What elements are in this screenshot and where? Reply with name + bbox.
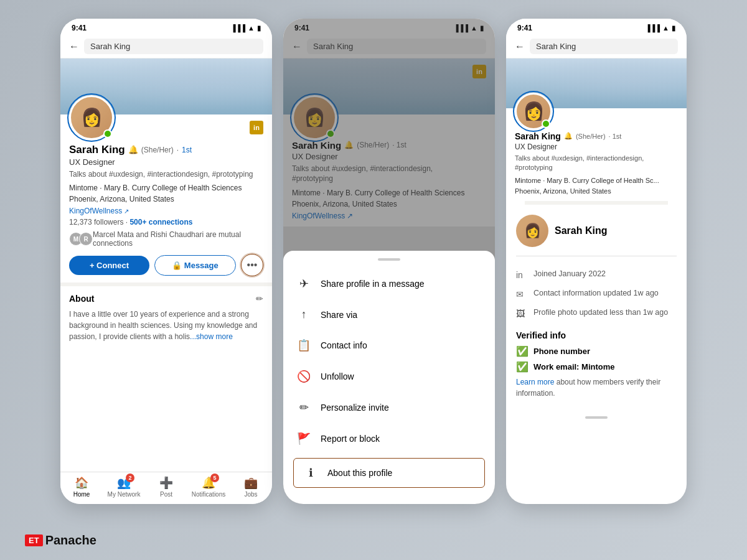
nav-home[interactable]: 🏠 Home <box>60 476 103 498</box>
about-text-1: I have a little over 10 years of experie… <box>69 309 263 342</box>
edit-icon-1[interactable]: ✏ <box>256 294 263 304</box>
network-icon: 👥2 <box>117 476 131 490</box>
bottom-handle-3 <box>585 416 608 419</box>
sheet-item-personalize[interactable]: ✏ Personalize invite <box>283 392 495 423</box>
profile-about-3: Talks about #uxdesign, #interactiondesig… <box>515 154 678 173</box>
info-row-photo: 🖼 Profile photo updated less than 1w ago <box>516 304 677 323</box>
about-profile-label: About this profile <box>327 468 392 478</box>
profile-link-1[interactable]: KingOfWellness ↗ <box>69 207 263 215</box>
joined-text: Joined January 2022 <box>533 269 606 278</box>
sheet-item-contact-info[interactable]: 📋 Contact info <box>283 330 495 361</box>
verified-email-label: Work email: Mintome <box>533 362 615 371</box>
sheet-item-share-via[interactable]: ↑ Share via <box>283 299 495 330</box>
linkedin-badge-1: in <box>250 121 263 134</box>
personalize-label: Personalize invite <box>321 403 389 413</box>
online-dot-3 <box>542 119 550 128</box>
info-row-contact: ✉ Contact information updated 1w ago <box>516 284 677 304</box>
signal-icon: ▐▐▐ <box>231 24 245 32</box>
nav-network-label: My Network <box>108 491 141 498</box>
profile-about-tags-1: Talks about #uxdesign, #interactiondesig… <box>69 169 263 180</box>
report-label: Report or block <box>321 434 380 444</box>
nav-jobs[interactable]: 💼 Jobs <box>230 476 272 498</box>
nav-notif-label: Notifications <box>192 491 225 498</box>
contact-updated-text: Contact information updated 1w ago <box>533 289 659 297</box>
profile-title-3: UX Designer <box>515 142 678 151</box>
sheet-item-report[interactable]: 🚩 Report or block <box>283 423 495 454</box>
learn-more-text: Learn more about how members verify thei… <box>516 376 677 399</box>
info-profile-header: 👩 Sarah King <box>516 215 677 256</box>
phone-1: 9:41 ▐▐▐ ▲ ▮ ← Sarah King in 👩 <box>60 19 272 504</box>
photo-updated-text: Profile photo updated less than 1w ago <box>533 308 668 317</box>
mutual-connections-1: M R Marcel Mata and Rishi Chaudhari are … <box>69 230 263 248</box>
contact-info-label: Contact info <box>321 340 367 350</box>
verified-section: Verified info ✅ Phone number ✅ Work emai… <box>516 330 677 399</box>
profile-name-1: Sarah King 🔔 (She/Her) · 1st <box>69 144 263 156</box>
signal-3: ▐▐▐ <box>646 24 660 32</box>
verified-phone: ✅ Phone number <box>516 345 677 357</box>
personalize-icon: ✏ <box>297 401 311 414</box>
verified-email: ✅ Work email: Mintome <box>516 361 677 373</box>
verified-phone-label: Phone number <box>533 347 590 356</box>
unfollow-label: Unfollow <box>321 371 354 381</box>
bottom-sheet: ✈ Share profile in a message ↑ Share via… <box>283 251 495 504</box>
nav-home-label: Home <box>73 491 90 498</box>
mutual-avatar-2: R <box>79 232 93 246</box>
panache-label: Panache <box>45 533 96 548</box>
show-more-1[interactable]: ...show more <box>190 332 233 341</box>
sheet-handle <box>378 258 400 261</box>
sheet-item-share-message[interactable]: ✈ Share profile in a message <box>283 268 495 299</box>
post-icon: ➕ <box>159 476 173 490</box>
back-icon-3[interactable]: ← <box>515 41 525 52</box>
notif-icon: 🔔5 <box>202 476 215 490</box>
verified-title: Verified info <box>516 330 677 340</box>
bottom-nav-1: 🏠 Home 👥2 My Network ➕ Post 🔔5 <box>60 472 272 504</box>
info-row-joined: in Joined January 2022 <box>516 265 677 284</box>
jobs-icon: 💼 <box>244 476 258 490</box>
nav-jobs-label: Jobs <box>244 491 257 498</box>
et-branding: ET Panache <box>25 533 96 548</box>
action-buttons-1: + Connect 🔒 Message ••• <box>69 254 263 276</box>
about-header-1: About ✏ <box>69 294 263 304</box>
connect-button[interactable]: + Connect <box>69 256 149 275</box>
nav-post-label: Post <box>160 491 172 498</box>
message-button[interactable]: 🔒 Message <box>154 255 236 276</box>
sheet-item-about-profile[interactable]: ℹ About this profile <box>293 458 485 488</box>
nav-network[interactable]: 👥2 My Network <box>103 476 145 498</box>
info-panel: 👩 Sarah King in Joined January 2022 ✉ Co… <box>506 205 687 409</box>
search-input-1[interactable]: Sarah King <box>84 39 263 54</box>
et-logo: ET <box>25 534 43 546</box>
search-input-3[interactable]: Sarah King <box>530 39 678 54</box>
info-avatar: 👩 <box>516 215 548 247</box>
profile-meta-3: Mintome · Mary B. Curry College of Healt… <box>515 175 678 196</box>
sheet-item-unfollow[interactable]: 🚫 Unfollow <box>283 361 495 392</box>
followers-line-1: 12,373 followers · 500+ connections <box>69 218 263 226</box>
back-icon-1[interactable]: ← <box>69 41 79 52</box>
status-bar-3: 9:41 ▐▐▐ ▲ ▮ <box>506 19 687 35</box>
wifi-icon: ▲ <box>248 24 255 32</box>
envelope-icon: ✉ <box>516 289 527 299</box>
phone-3: 9:41 ▐▐▐ ▲ ▮ ← Sarah King 👩 <box>506 19 687 504</box>
share-message-icon: ✈ <box>297 277 311 291</box>
more-button[interactable]: ••• <box>241 254 263 276</box>
status-bar-1: 9:41 ▐▐▐ ▲ ▮ <box>60 19 272 35</box>
nav-notifications[interactable]: 🔔5 Notifications <box>187 476 230 498</box>
image-icon: 🖼 <box>516 309 527 319</box>
search-bar-1: ← Sarah King <box>60 35 272 58</box>
profile-meta-1: Mintome · Mary B. Curry College of Healt… <box>69 182 263 205</box>
network-badge: 2 <box>126 474 134 482</box>
online-dot-1 <box>103 129 112 138</box>
profile-name-3: Sarah King 🔔 (She/Her) · 1st <box>515 131 678 141</box>
share-via-icon: ↑ <box>297 308 311 321</box>
share-via-label: Share via <box>321 310 357 320</box>
contact-info-icon: 📋 <box>297 338 311 352</box>
nav-post[interactable]: ➕ Post <box>145 476 187 498</box>
unfollow-icon: 🚫 <box>297 370 311 383</box>
about-section-1: About ✏ I have a little over 10 years of… <box>60 282 272 350</box>
learn-more-link[interactable]: Learn more <box>516 378 554 386</box>
profile-section-1: in 👩 Sarah King 🔔 (She/Her) · 1st UX Des… <box>60 114 272 282</box>
info-profile-name: Sarah King <box>555 225 607 236</box>
check-email-icon: ✅ <box>516 361 529 373</box>
time-3: 9:41 <box>517 24 532 32</box>
time-1: 9:41 <box>72 24 87 32</box>
share-message-label: Share profile in a message <box>321 279 425 289</box>
